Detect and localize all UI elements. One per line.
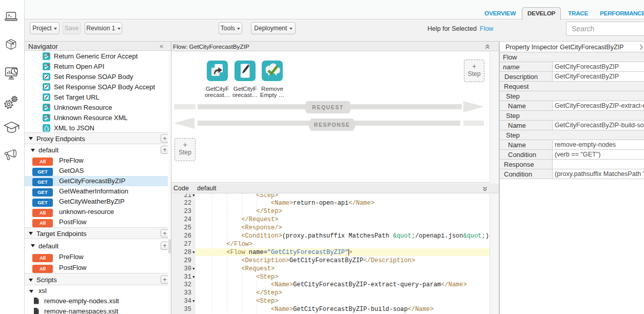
svg-text:{}: {} (44, 127, 49, 132)
